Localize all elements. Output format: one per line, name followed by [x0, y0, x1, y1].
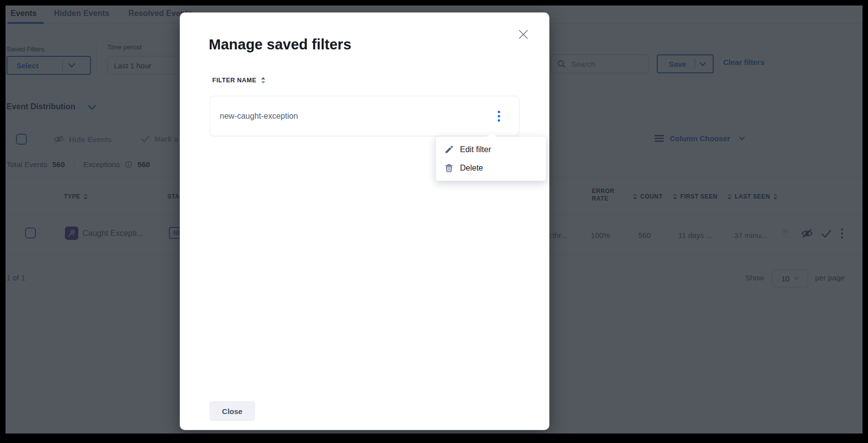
- filter-actions-menu: Edit filter Delete: [435, 136, 546, 181]
- filter-actions-kebab-icon[interactable]: [491, 108, 507, 124]
- trash-icon: [444, 164, 453, 173]
- manage-saved-filters-dialog: Manage saved filters FILTER NAME new-cau…: [180, 12, 549, 430]
- filter-name-column-label: FILTER NAME: [212, 77, 257, 84]
- delete-label: Delete: [460, 164, 483, 173]
- menu-item-edit-filter[interactable]: Edit filter: [436, 140, 546, 159]
- pencil-icon: [444, 145, 453, 154]
- close-x-icon[interactable]: [516, 27, 530, 41]
- edit-filter-label: Edit filter: [460, 145, 491, 154]
- filter-name-column-header[interactable]: FILTER NAME: [212, 76, 266, 84]
- menu-item-delete[interactable]: Delete: [436, 159, 546, 177]
- dialog-title: Manage saved filters: [209, 36, 351, 53]
- close-button[interactable]: Close: [209, 401, 255, 421]
- saved-filter-name: new-caught-exception: [220, 112, 298, 121]
- saved-filter-row: new-caught-exception: [210, 96, 519, 136]
- sort-icon: [260, 76, 266, 84]
- app-window: Events Hidden Events Resolved Events Sav…: [0, 0, 868, 443]
